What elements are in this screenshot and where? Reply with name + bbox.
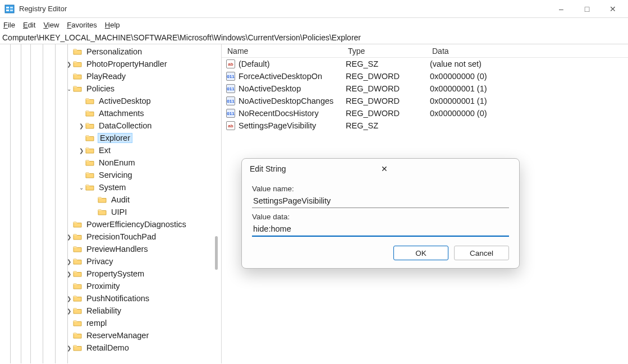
cell-name: NoRecentDocsHistory (239, 109, 346, 118)
tree-item-rempl[interactable]: rempl (0, 317, 221, 329)
tree-item-audit[interactable]: Audit (0, 193, 221, 206)
tree-item-photopropertyhandler[interactable]: ❯PhotoPropertyHandler (0, 58, 221, 70)
menu-favorites[interactable]: Favorites (67, 21, 97, 29)
cell-data: (value not set) (430, 59, 628, 68)
value-data-input[interactable] (252, 222, 509, 237)
dialog-close-icon[interactable]: ✕ (378, 163, 512, 174)
tree-item-servicing[interactable]: Servicing (0, 169, 221, 181)
expander-icon[interactable]: ⌄ (65, 86, 73, 92)
list-item[interactable]: 011NoRecentDocsHistoryREG_DWORD0x0000000… (222, 107, 628, 119)
cell-data: 0x00000001 (1) (430, 84, 628, 93)
cancel-button[interactable]: Cancel (454, 246, 509, 260)
tree-item-policies[interactable]: ⌄Policies (0, 82, 221, 95)
tree-item-propertysystem[interactable]: ❯PropertySystem (0, 268, 221, 280)
window-controls: – □ ✕ (548, 0, 626, 17)
tree-item-reservemanager[interactable]: ReserveManager (0, 329, 221, 342)
tree-label: Reliability (85, 306, 122, 316)
menu-help[interactable]: Help (105, 21, 120, 29)
list-item[interactable]: 011NoActiveDesktopChangesREG_DWORD0x0000… (222, 95, 628, 107)
tree-item-ext[interactable]: ❯Ext (0, 144, 221, 156)
tree-item-privacy[interactable]: ❯Privacy (0, 255, 221, 268)
folder-icon (73, 60, 82, 68)
tree-item-nonenum[interactable]: NonEnum (0, 156, 221, 169)
col-type[interactable]: Type (342, 47, 427, 56)
folder-icon (85, 122, 94, 130)
address-bar[interactable]: Computer\HKEY_LOCAL_MACHINE\SOFTWARE\Mic… (0, 31, 628, 44)
folder-icon (73, 245, 82, 253)
list-item[interactable]: 011NoActiveDesktopREG_DWORD0x00000001 (1… (222, 82, 628, 95)
tree-item-personalization[interactable]: Personalization (0, 45, 221, 58)
expander-icon[interactable]: ❯ (77, 148, 85, 154)
tree-item-explorer[interactable]: Explorer (0, 132, 221, 144)
expander-icon[interactable]: ❯ (65, 234, 73, 240)
expander-icon[interactable]: ❯ (65, 308, 73, 314)
tree-label: ActiveDesktop (98, 96, 152, 106)
tree-label: Servicing (98, 170, 134, 180)
tree-item-precisiontouchpad[interactable]: ❯PrecisionTouchPad (0, 231, 221, 243)
tree-item-uipi[interactable]: UIPI (0, 206, 221, 218)
expander-icon[interactable]: ❯ (65, 61, 73, 67)
folder-icon (85, 97, 94, 105)
tree-label: System (98, 182, 127, 192)
menu-edit[interactable]: Edit (23, 21, 35, 29)
tree-item-powerefficiencydiagnostics[interactable]: PowerEfficiencyDiagnostics (0, 218, 221, 231)
cell-type: REG_DWORD (346, 109, 430, 118)
col-name[interactable]: Name (222, 47, 342, 56)
folder-icon (98, 208, 107, 216)
ok-button[interactable]: OK (393, 246, 448, 260)
expander-icon[interactable]: ❯ (77, 123, 85, 129)
tree-label: Personalization (85, 47, 143, 57)
tree-label: Ext (98, 145, 112, 155)
tree-label: PreviewHandlers (85, 244, 149, 254)
tree-item-proximity[interactable]: Proximity (0, 280, 221, 292)
tree-label: UIPI (110, 207, 128, 217)
col-data[interactable]: Data (427, 47, 628, 56)
folder-icon (73, 233, 82, 241)
folder-icon (73, 319, 82, 327)
maximize-button[interactable]: □ (574, 0, 600, 17)
expander-icon[interactable]: ❯ (65, 271, 73, 277)
tree-label: PhotoPropertyHandler (85, 59, 168, 69)
tree-scrollbar[interactable] (215, 236, 218, 270)
folder-icon (85, 159, 94, 167)
value-name-input[interactable] (252, 194, 509, 208)
folder-icon (73, 72, 82, 80)
close-button[interactable]: ✕ (600, 0, 626, 17)
expander-icon[interactable]: ⌄ (77, 185, 85, 191)
cell-data: 0x00000000 (0) (430, 72, 628, 81)
menu-view[interactable]: View (43, 21, 59, 29)
expander-icon[interactable]: ❯ (65, 296, 73, 302)
tree-item-system[interactable]: ⌄System (0, 181, 221, 193)
tree-label: PropertySystem (85, 269, 145, 279)
tree-item-playready[interactable]: PlayReady (0, 70, 221, 82)
folder-icon (85, 171, 94, 179)
svg-rect-4 (10, 10, 13, 11)
menu-file[interactable]: File (3, 21, 15, 29)
tree-item-attachments[interactable]: Attachments (0, 107, 221, 119)
tree-pane[interactable]: Personalization❯PhotoPropertyHandlerPlay… (0, 44, 222, 363)
tree-item-previewhandlers[interactable]: PreviewHandlers (0, 243, 221, 255)
tree-item-datacollection[interactable]: ❯DataCollection (0, 119, 221, 132)
folder-icon (73, 85, 82, 93)
minimize-button[interactable]: – (548, 0, 574, 17)
folder-icon (73, 294, 82, 302)
tree-item-activedesktop[interactable]: ActiveDesktop (0, 95, 221, 107)
edit-string-dialog: Edit String ✕ Value name: Value data: OK… (241, 158, 520, 269)
tree-label: PushNotifications (85, 293, 150, 303)
tree-label: PrecisionTouchPad (85, 232, 157, 242)
dword-value-icon: 011 (226, 96, 235, 105)
tree-item-reliability[interactable]: ❯Reliability (0, 305, 221, 317)
expander-icon[interactable]: ❯ (65, 345, 73, 351)
svg-rect-3 (10, 7, 13, 8)
expander-icon[interactable]: ❯ (65, 259, 73, 265)
tree-item-retaildemo[interactable]: ❯RetailDemo (0, 342, 221, 354)
list-item[interactable]: 011ForceActiveDesktopOnREG_DWORD0x000000… (222, 70, 628, 82)
tree-label: Explorer (98, 133, 132, 143)
tree-item-pushnotifications[interactable]: ❯PushNotifications (0, 292, 221, 305)
list-item[interactable]: abSettingsPageVisibilityREG_SZ (222, 119, 628, 132)
value-name-label: Value name: (252, 185, 509, 193)
tree-label: Policies (85, 84, 116, 94)
list-item[interactable]: ab(Default)REG_SZ(value not set) (222, 58, 628, 70)
cell-name: NoActiveDesktop (239, 84, 346, 93)
menu-bar: File Edit View Favorites Help (0, 18, 628, 31)
